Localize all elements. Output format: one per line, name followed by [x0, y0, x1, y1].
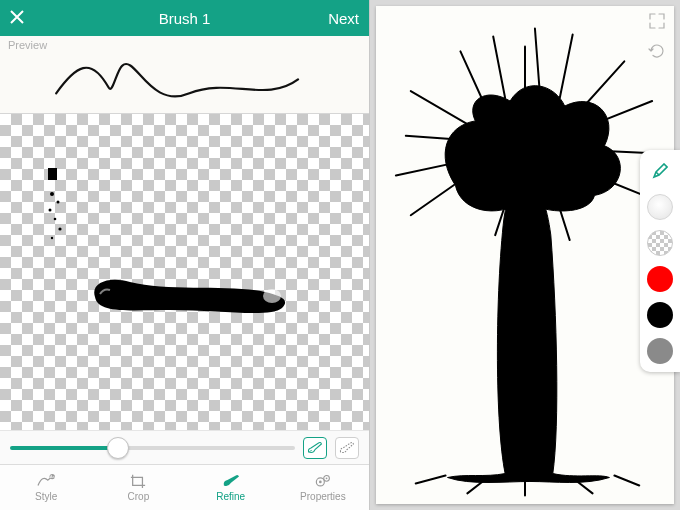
tab-bar: Aa Style Crop Refine Properties	[0, 464, 369, 510]
brush-preview: Preview	[0, 36, 369, 114]
svg-point-5	[58, 227, 61, 230]
svg-point-4	[54, 218, 57, 221]
drawing-canvas[interactable]	[376, 6, 674, 504]
tab-label: Properties	[300, 491, 346, 502]
tree-artwork	[376, 6, 674, 504]
svg-point-3	[49, 209, 52, 212]
close-icon	[10, 10, 24, 24]
expand-button[interactable]	[648, 12, 666, 30]
brush-shape-svg	[0, 114, 369, 430]
close-button[interactable]	[10, 10, 50, 27]
pencil-icon	[652, 163, 668, 179]
svg-point-13	[326, 477, 328, 479]
next-button[interactable]: Next	[319, 10, 359, 27]
refine-icon	[220, 473, 242, 489]
tab-refine[interactable]: Refine	[185, 465, 277, 510]
preview-label: Preview	[8, 39, 47, 51]
tab-crop[interactable]: Crop	[92, 465, 184, 510]
crop-icon	[127, 473, 149, 489]
brush-shape-editor[interactable]	[0, 114, 369, 430]
svg-text:Aa: Aa	[50, 475, 54, 479]
tab-label: Crop	[128, 491, 150, 502]
svg-point-2	[57, 201, 60, 204]
erase-mode-toggle[interactable]	[335, 437, 359, 459]
header-bar: Brush 1 Next	[0, 0, 369, 36]
paint-mode-toggle[interactable]	[303, 437, 327, 459]
brush-editor-panel: Brush 1 Next Preview	[0, 0, 370, 510]
erase-brush-icon	[339, 441, 355, 455]
tab-label: Style	[35, 491, 57, 502]
svg-point-11	[319, 481, 322, 484]
svg-point-7	[263, 289, 281, 303]
refine-slider-row	[0, 430, 369, 464]
dock-swatch-soft[interactable]	[647, 194, 673, 220]
tab-properties[interactable]: Properties	[277, 465, 369, 510]
paint-brush-icon	[307, 441, 323, 455]
style-icon: Aa	[35, 473, 57, 489]
header-title: Brush 1	[50, 10, 319, 27]
expand-icon	[648, 12, 666, 30]
svg-point-6	[51, 237, 53, 239]
refresh-button[interactable]	[648, 42, 666, 60]
svg-rect-0	[48, 168, 57, 180]
slider-thumb[interactable]	[107, 437, 129, 459]
svg-point-1	[50, 192, 54, 196]
dock-pencil-tool[interactable]	[647, 158, 673, 184]
tool-dock	[640, 150, 680, 372]
tab-label: Refine	[216, 491, 245, 502]
refresh-icon	[648, 42, 666, 60]
canvas-panel	[370, 0, 680, 510]
refine-slider[interactable]	[10, 446, 295, 450]
app-root: Brush 1 Next Preview	[0, 0, 680, 510]
properties-icon	[312, 473, 334, 489]
dock-swatch-black[interactable]	[647, 302, 673, 328]
dock-swatch-transparent[interactable]	[647, 230, 673, 256]
dock-swatch-red[interactable]	[647, 266, 673, 292]
dock-swatch-gray[interactable]	[647, 338, 673, 364]
preview-stroke	[0, 36, 369, 113]
tab-style[interactable]: Aa Style	[0, 465, 92, 510]
